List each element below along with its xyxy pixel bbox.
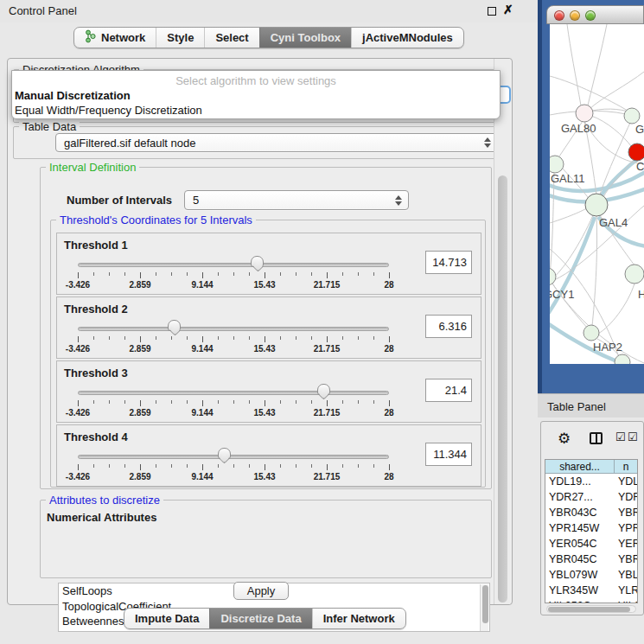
node-label: GAL11 bbox=[551, 172, 585, 185]
threshold-value-field[interactable]: 14.713 bbox=[425, 251, 472, 274]
checkbox-icon[interactable]: ☑ bbox=[615, 430, 626, 443]
threshold-value-field[interactable]: 21.4 bbox=[425, 379, 472, 402]
group-title: Interval Definition bbox=[46, 161, 139, 174]
table-row[interactable]: YPR145WYPR1 bbox=[545, 520, 637, 536]
node-label: GA bbox=[635, 123, 644, 136]
table-row[interactable]: YLR345WYLR3 bbox=[545, 583, 637, 598]
slider-ticks bbox=[78, 400, 391, 406]
slider-ticks bbox=[78, 464, 391, 470]
slider-scale: -3.426 2.859 9.144 15.43 21.715 28 bbox=[78, 472, 390, 482]
tab-network[interactable]: Network bbox=[74, 28, 156, 48]
node-label: GAL4 bbox=[599, 216, 628, 229]
tab-label: Network bbox=[101, 31, 145, 44]
node-label: GCY1 bbox=[550, 288, 574, 301]
node-selected-red[interactable] bbox=[628, 143, 644, 161]
slider-thumb[interactable] bbox=[251, 256, 264, 267]
node-label: H bbox=[638, 288, 644, 301]
slider-track[interactable] bbox=[78, 327, 389, 331]
scrollbar-thumb[interactable] bbox=[548, 607, 630, 612]
table-row[interactable]: YER054CYER0 bbox=[545, 536, 637, 552]
close-window-button[interactable]: ✗ bbox=[503, 3, 513, 16]
apply-button[interactable]: Apply bbox=[233, 582, 289, 600]
tab-jactivemnodules[interactable]: jActiveMNodules bbox=[351, 28, 463, 48]
tab-infer-network[interactable]: Infer Network bbox=[312, 609, 405, 628]
combobox-arrows-icon bbox=[395, 195, 402, 206]
threshold-4-panel: Threshold 4 -3.426 2.859 9.144 15.43 21.… bbox=[56, 424, 481, 487]
tab-select[interactable]: Select bbox=[204, 28, 258, 48]
threshold-3-panel: Threshold 3 -3.426 2.859 9.144 15.43 21.… bbox=[56, 360, 481, 423]
node[interactable] bbox=[624, 108, 640, 124]
group-title: Table Data bbox=[19, 120, 80, 133]
network-view-window: GAL80 GA C GAL11 GAL4 GCY1 H HAP2 bbox=[546, 5, 644, 364]
attributes-group: Attributes to discretize Numerical Attri… bbox=[40, 500, 492, 578]
tab-style[interactable]: Style bbox=[156, 28, 204, 48]
slider-thumb[interactable] bbox=[317, 384, 330, 395]
node[interactable] bbox=[615, 354, 630, 364]
table-data-combobox[interactable]: galFiltered.sif default node bbox=[55, 133, 498, 152]
combobox-arrows-icon bbox=[484, 137, 491, 148]
threshold-2-panel: Threshold 2 -3.426 2.859 9.144 15.43 21.… bbox=[56, 296, 481, 359]
table-row[interactable]: YIL052CYIL0 bbox=[545, 598, 637, 603]
slider-scale: -3.426 2.859 9.144 15.43 21.715 28 bbox=[78, 408, 390, 418]
zoom-traffic-light[interactable] bbox=[585, 10, 596, 21]
column-header-name[interactable]: n bbox=[615, 460, 637, 473]
list-scrollbar[interactable] bbox=[480, 584, 488, 631]
network-canvas[interactable]: GAL80 GA C GAL11 GAL4 GCY1 H HAP2 bbox=[550, 24, 644, 364]
slider-scale: -3.426 2.859 9.144 15.43 21.715 28 bbox=[78, 280, 390, 290]
tab-label: Cyni Toolbox bbox=[271, 31, 341, 44]
threshold-label: Threshold 3 bbox=[64, 367, 128, 379]
float-window-button[interactable] bbox=[488, 7, 496, 16]
tab-label: Select bbox=[215, 31, 248, 44]
table-horizontal-scrollbar[interactable] bbox=[546, 605, 636, 613]
scrollbar-thumb[interactable] bbox=[498, 175, 507, 603]
split-columns-icon[interactable] bbox=[590, 432, 603, 444]
panel-scrollbar[interactable] bbox=[494, 59, 510, 604]
numerical-attributes-label: Numerical Attributes bbox=[47, 511, 156, 524]
tab-label: jActiveMNodules bbox=[362, 31, 453, 44]
threshold-value-field[interactable]: 6.316 bbox=[425, 315, 472, 338]
slider-thumb[interactable] bbox=[218, 448, 231, 459]
tab-discretize-data[interactable]: Discretize Data bbox=[209, 609, 311, 628]
close-traffic-light[interactable] bbox=[554, 10, 564, 21]
interval-definition-group: Interval Definition Number of Intervals … bbox=[40, 167, 492, 489]
dropdown-item-manual-discretization[interactable]: Manual Discretization bbox=[15, 89, 499, 102]
cyni-toolbox-panel: Discretization Algorithm Table Data galF… bbox=[7, 58, 513, 605]
dropdown-item-equal-width-frequency[interactable]: Equal Width/Frequency Discretization bbox=[15, 104, 499, 117]
node-gcy1[interactable] bbox=[550, 268, 556, 285]
dropdown-placeholder: Select algorithm to view settings bbox=[12, 74, 500, 87]
slider-track[interactable] bbox=[78, 263, 389, 267]
number-of-intervals-combobox[interactable]: 5 bbox=[184, 190, 409, 210]
threshold-value-field[interactable]: 11.344 bbox=[425, 443, 472, 466]
table-panel-titlebar: Table Panel bbox=[538, 393, 644, 418]
table-data-group: Table Data galFiltered.sif default node bbox=[13, 126, 502, 159]
slider-track[interactable] bbox=[78, 391, 389, 395]
slider-track[interactable] bbox=[78, 455, 389, 459]
node-label: C bbox=[636, 160, 644, 173]
tab-impute-data[interactable]: Impute Data bbox=[124, 609, 209, 628]
slider-ticks bbox=[78, 272, 391, 278]
column-header-shared-name[interactable]: shared... bbox=[545, 460, 615, 473]
checkbox-icon[interactable]: ☑ bbox=[628, 430, 638, 443]
number-of-intervals-label: Number of Intervals bbox=[67, 194, 172, 207]
tab-cyni-toolbox[interactable]: Cyni Toolbox bbox=[259, 28, 351, 48]
threshold-1-panel: Threshold 1 -3.426 2.859 9.144 15.43 21.… bbox=[56, 233, 481, 295]
minimize-traffic-light[interactable] bbox=[570, 10, 580, 21]
network-graph: GAL80 GA C GAL11 GAL4 GCY1 H HAP2 bbox=[550, 24, 644, 364]
network-window-titlebar[interactable] bbox=[546, 5, 644, 24]
node-hap2[interactable] bbox=[583, 325, 599, 341]
table-row[interactable]: YBR043CYBR0 bbox=[545, 505, 637, 520]
node[interactable] bbox=[625, 265, 644, 284]
node-gal11[interactable] bbox=[550, 156, 564, 173]
combobox-value: 5 bbox=[193, 194, 199, 207]
table-row[interactable]: YBR045CYBR0 bbox=[545, 552, 637, 567]
slider-ticks bbox=[78, 336, 391, 342]
node-gal4[interactable] bbox=[585, 194, 608, 216]
node-attribute-table: shared... n YDL19...YDL1 YDR27...YDR2 YB… bbox=[545, 459, 638, 603]
node-gal80[interactable] bbox=[576, 105, 593, 122]
table-row[interactable]: YBL079WYBL0 bbox=[545, 567, 637, 583]
slider-scale: -3.426 2.859 9.144 15.43 21.715 28 bbox=[78, 344, 390, 354]
table-row[interactable]: YDR27...YDR2 bbox=[545, 489, 637, 505]
slider-thumb[interactable] bbox=[168, 320, 181, 331]
table-row[interactable]: YDL19...YDL1 bbox=[545, 474, 637, 489]
gear-icon[interactable]: ⚙ bbox=[558, 430, 571, 447]
